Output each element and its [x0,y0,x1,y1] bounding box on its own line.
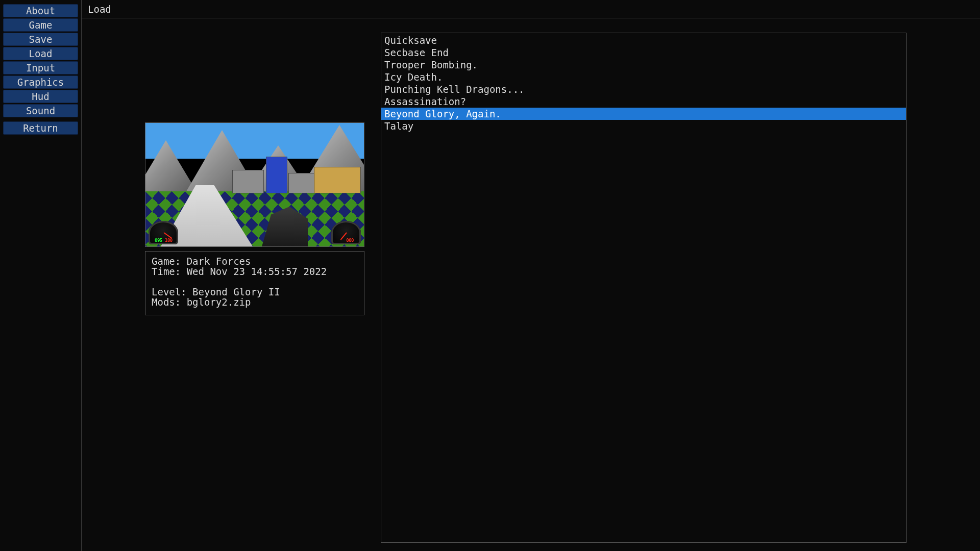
detail-time-value: Wed Nov 23 14:55:57 2022 [187,266,327,277]
save-item[interactable]: Secbase End [381,46,906,59]
save-item[interactable]: Quicksave [381,34,906,46]
hud-dial-right: 000 [331,221,361,244]
detail-level-value: Beyond Glory II [192,286,280,297]
save-details: Game: Dark Forces Time: Wed Nov 23 14:55… [145,251,364,315]
save-item[interactable]: Talay [381,120,906,132]
sidebar: About Game Save Load Input Graphics Hud … [0,0,82,551]
main-pane: Load [82,0,980,551]
save-list[interactable]: QuicksaveSecbase EndTrooper Bombing.Icy … [381,33,906,543]
detail-mods-value: bglory2.zip [187,296,251,308]
save-item[interactable]: Punching Kell Dragons... [381,83,906,95]
content: 095 100 000 Game: Dark Forces Time: Wed … [82,18,980,551]
sidebar-item-game[interactable]: Game [3,18,78,32]
hud-shield-value: 100 [165,238,173,243]
app-root: About Game Save Load Input Graphics Hud … [0,0,980,551]
page-title: Load [82,0,980,18]
save-item[interactable]: Beyond Glory, Again. [381,108,906,120]
save-item[interactable]: Icy Death. [381,71,906,83]
sidebar-item-return[interactable]: Return [3,121,78,135]
save-preview-pane: 095 100 000 Game: Dark Forces Time: Wed … [145,122,364,543]
hud-health-value: 095 [155,238,162,243]
sidebar-item-graphics[interactable]: Graphics [3,76,78,89]
save-list-pane: QuicksaveSecbase EndTrooper Bombing.Icy … [381,33,968,543]
save-item[interactable]: Trooper Bombing. [381,59,906,71]
detail-game-label: Game: [152,256,187,267]
save-screenshot: 095 100 000 [145,122,364,247]
detail-time-label: Time: [152,266,187,277]
save-item[interactable]: Assassination? [381,95,906,108]
sidebar-item-sound[interactable]: Sound [3,104,78,117]
sidebar-item-save[interactable]: Save [3,33,78,46]
sidebar-item-about[interactable]: About [3,4,78,17]
hud-ammo-value: 000 [346,238,354,243]
detail-level-label: Level: [152,286,192,297]
sidebar-item-load[interactable]: Load [3,47,78,60]
sidebar-item-input[interactable]: Input [3,61,78,74]
detail-mods-label: Mods: [152,296,187,308]
detail-game-value: Dark Forces [187,256,251,267]
hud-dial-left: 095 100 [149,221,178,244]
sidebar-item-hud[interactable]: Hud [3,90,78,103]
